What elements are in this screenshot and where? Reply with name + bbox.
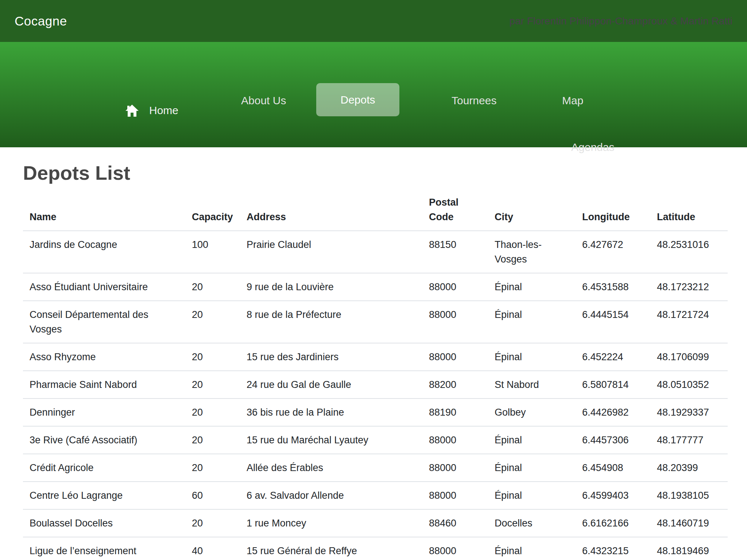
table-row: Ligue de l’enseignement4015 rue Général …	[23, 537, 728, 560]
cell-address: 1 rue Moncey	[240, 509, 422, 537]
cell-latitude: 48.2531016	[650, 231, 728, 273]
cell-capacity: 20	[185, 454, 240, 482]
cell-capacity: 20	[185, 301, 240, 343]
cell-city: St Nabord	[488, 371, 576, 398]
column-header-address: Address	[240, 189, 422, 231]
cell-name: Jardins de Cocagne	[23, 231, 185, 273]
cell-name: Crédit Agricole	[23, 454, 185, 482]
table-row: Asso Étudiant Universitaire209 rue de la…	[23, 273, 728, 301]
cell-postal-code: 88150	[422, 231, 488, 273]
cell-city: Épinal	[488, 273, 576, 301]
cell-latitude: 48.1929337	[650, 398, 728, 426]
cell-longitude: 6.6162166	[576, 509, 650, 537]
cell-city: Épinal	[488, 537, 576, 560]
cell-postal-code: 88000	[422, 343, 488, 371]
table-row: Jardins de Cocagne100Prairie Claudel8815…	[23, 231, 728, 273]
cell-address: 6 av. Salvador Allende	[240, 482, 422, 509]
top-bar: Cocagne par Florentin Philippon-Champrou…	[0, 0, 747, 42]
column-header-longitude: Longitude	[576, 189, 650, 231]
cell-name: Denninger	[23, 398, 185, 426]
table-row: Denninger2036 bis rue de la Plaine88190G…	[23, 398, 728, 426]
cell-city: Épinal	[488, 426, 576, 454]
cell-capacity: 40	[185, 537, 240, 560]
cell-longitude: 6.5807814	[576, 371, 650, 398]
cell-city: Épinal	[488, 301, 576, 343]
cell-latitude: 48.177777	[650, 426, 728, 454]
cell-name: Boulassel Docelles	[23, 509, 185, 537]
cell-postal-code: 88000	[422, 537, 488, 560]
main-content: Depots List NameCapacityAddressPostal Co…	[0, 147, 747, 560]
cell-latitude: 48.1819469	[650, 537, 728, 560]
depots-table: NameCapacityAddressPostal CodeCityLongit…	[23, 189, 728, 560]
cell-name: Ligue de l’enseignement	[23, 537, 185, 560]
cell-address: Prairie Claudel	[240, 231, 422, 273]
cell-capacity: 20	[185, 398, 240, 426]
cell-capacity: 20	[185, 371, 240, 398]
cell-postal-code: 88190	[422, 398, 488, 426]
cell-postal-code: 88000	[422, 482, 488, 509]
cell-latitude: 48.1938105	[650, 482, 728, 509]
nav-item-tournees[interactable]: Tournees	[452, 94, 496, 107]
table-row: 3e Rive (Café Associatif)2015 rue du Mar…	[23, 426, 728, 454]
page-title: Depots List	[23, 162, 747, 184]
cell-city: Épinal	[488, 343, 576, 371]
column-header-capacity: Capacity	[185, 189, 240, 231]
cell-latitude: 48.20399	[650, 454, 728, 482]
column-header-latitude: Latitude	[650, 189, 728, 231]
cell-longitude: 6.452224	[576, 343, 650, 371]
column-header-city: City	[488, 189, 576, 231]
cell-postal-code: 88000	[422, 454, 488, 482]
cell-city: Thaon-les-Vosges	[488, 231, 576, 273]
cell-postal-code: 88000	[422, 426, 488, 454]
cell-longitude: 6.4457306	[576, 426, 650, 454]
cell-city: Épinal	[488, 482, 576, 509]
cell-longitude: 6.427672	[576, 231, 650, 273]
table-row: Boulassel Docelles201 rue Moncey88460Doc…	[23, 509, 728, 537]
cell-name: Conseil Départemental des Vosges	[23, 301, 185, 343]
cell-longitude: 6.4531588	[576, 273, 650, 301]
cell-name: 3e Rive (Café Associatif)	[23, 426, 185, 454]
table-row: Pharmacie Saint Nabord2024 rue du Gal de…	[23, 371, 728, 398]
cell-name: Pharmacie Saint Nabord	[23, 371, 185, 398]
cell-longitude: 6.4445154	[576, 301, 650, 343]
cell-address: 36 bis rue de la Plaine	[240, 398, 422, 426]
cell-capacity: 20	[185, 343, 240, 371]
nav-item-label: Home	[149, 104, 178, 117]
cell-capacity: 20	[185, 273, 240, 301]
cell-address: Allée des Érables	[240, 454, 422, 482]
cell-longitude: 6.4426982	[576, 398, 650, 426]
cell-postal-code: 88000	[422, 273, 488, 301]
cell-latitude: 48.1460719	[650, 509, 728, 537]
cell-postal-code: 88460	[422, 509, 488, 537]
byline: par Florentin Philippon-Champroux & Mart…	[509, 15, 732, 27]
cell-capacity: 20	[185, 509, 240, 537]
cell-latitude: 48.1706099	[650, 343, 728, 371]
table-row: Crédit Agricole20Allée des Érables88000É…	[23, 454, 728, 482]
cell-longitude: 6.4599403	[576, 482, 650, 509]
table-row: Conseil Départemental des Vosges208 rue …	[23, 301, 728, 343]
cell-city: Épinal	[488, 454, 576, 482]
column-header-postal-code: Postal Code	[422, 189, 488, 231]
nav-item-about-us[interactable]: About Us	[241, 94, 286, 107]
cell-address: 15 rue du Maréchal Lyautey	[240, 426, 422, 454]
cell-city: Docelles	[488, 509, 576, 537]
cell-capacity: 20	[185, 426, 240, 454]
nav-item-map[interactable]: Map	[562, 94, 583, 107]
cell-latitude: 48.0510352	[650, 371, 728, 398]
cell-address: 8 rue de la Préfecture	[240, 301, 422, 343]
cell-city: Golbey	[488, 398, 576, 426]
column-header-name: Name	[23, 189, 185, 231]
cell-capacity: 100	[185, 231, 240, 273]
brand[interactable]: Cocagne	[15, 14, 67, 28]
cell-name: Centre Léo Lagrange	[23, 482, 185, 509]
nav-item-depots-active[interactable]: Depots	[316, 83, 399, 116]
cell-capacity: 60	[185, 482, 240, 509]
cell-longitude: 6.4323215	[576, 537, 650, 560]
cell-longitude: 6.454908	[576, 454, 650, 482]
cell-postal-code: 88200	[422, 371, 488, 398]
nav-item-home[interactable]: Home	[125, 104, 178, 117]
cell-address: 15 rue Général de Reffye	[240, 537, 422, 560]
cell-address: 24 rue du Gal de Gaulle	[240, 371, 422, 398]
cell-address: 9 rue de la Louvière	[240, 273, 422, 301]
cell-name: Asso Étudiant Universitaire	[23, 273, 185, 301]
